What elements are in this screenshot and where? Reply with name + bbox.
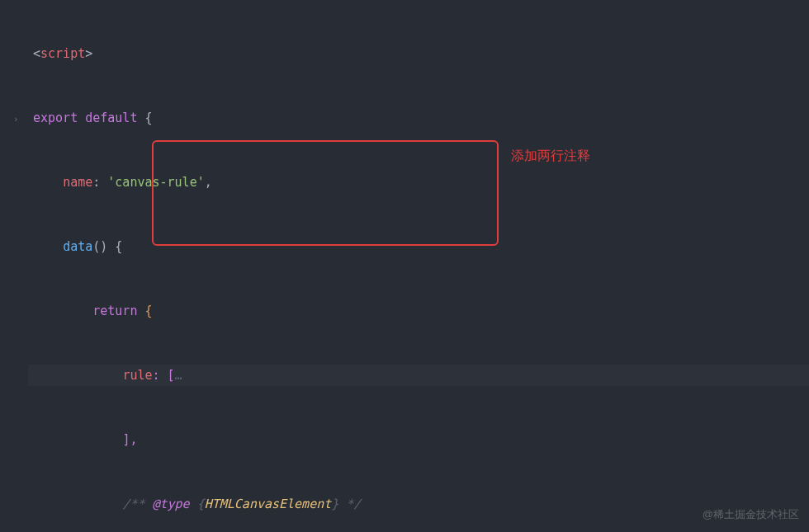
watermark-text: @稀土掘金技术社区 — [703, 504, 799, 525]
annotation-highlight-box — [152, 140, 499, 246]
annotation-label: 添加两行注释 — [511, 145, 590, 167]
code-line: name: 'canvas-rule', — [28, 172, 809, 193]
code-line-highlighted: rule: [… — [28, 365, 809, 386]
code-line: export default { — [28, 107, 809, 129]
code-line: <script> — [28, 43, 809, 64]
code-area[interactable]: <script> export default { name: 'canvas-… — [28, 0, 809, 532]
code-line: return { — [28, 300, 809, 322]
code-line: data() { — [28, 236, 809, 257]
code-line: ], — [28, 429, 809, 450]
gutter: › — [0, 0, 28, 532]
code-line: /** @type {HTMLCanvasElement} */ — [28, 493, 809, 515]
code-editor: › <script> export default { name: 'canva… — [0, 0, 809, 532]
fold-chevron-icon[interactable]: › — [13, 109, 19, 130]
